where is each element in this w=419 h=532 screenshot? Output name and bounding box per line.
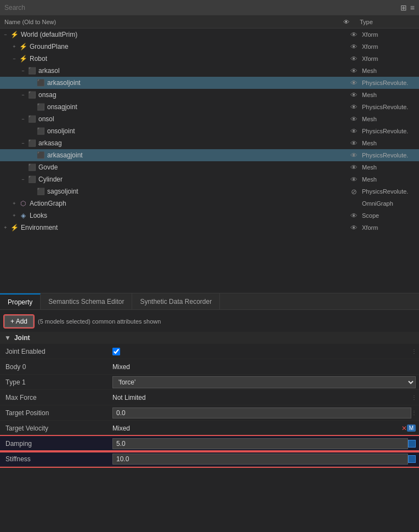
blue-square-indicator xyxy=(408,440,416,448)
prop-value: 'force' xyxy=(112,376,416,388)
tree-item-label: sagsoljoint xyxy=(47,188,78,195)
eye-icon[interactable]: 👁 xyxy=(346,31,362,39)
prop-value xyxy=(112,454,408,465)
expand-icon[interactable]: − xyxy=(20,116,26,122)
tab-synthetic[interactable]: Synthetic Data Recorder xyxy=(132,293,220,309)
tree-item-type: Xform xyxy=(362,43,417,50)
tree-item-label: onsag xyxy=(38,91,56,99)
joint-enabled-checkbox[interactable] xyxy=(112,348,120,355)
tree-row[interactable]: − ⬛ Cylinder 👁 Mesh xyxy=(0,173,419,185)
tree-item-label: Cylinder xyxy=(38,176,63,183)
eye-icon[interactable]: 👁 xyxy=(346,176,362,184)
prop-value: Not Limited xyxy=(112,394,411,401)
drag-handle[interactable]: ⋮ xyxy=(411,410,416,416)
tree-row[interactable]: ⬛ Govde 👁 Mesh xyxy=(0,161,419,173)
tree-body: − ⚡ World (defaultPrim) 👁 Xform + ⚡ Grou… xyxy=(0,29,419,293)
joint-icon: ⬛ xyxy=(36,151,45,160)
tree-header-eye: 👁 xyxy=(343,19,360,25)
expand-icon xyxy=(29,104,35,110)
type1-dropdown[interactable]: 'force' xyxy=(112,376,416,388)
eye-hidden-icon[interactable]: ⊘ xyxy=(346,188,362,196)
tab-semantics[interactable]: Semantics Schema Editor xyxy=(41,293,132,309)
expand-icon[interactable]: + xyxy=(11,212,18,219)
eye-icon[interactable]: 👁 xyxy=(346,127,362,135)
tree-item-type: Scope xyxy=(362,212,417,219)
expand-icon[interactable]: + xyxy=(11,43,18,50)
tree-item-label: onsagjoint xyxy=(47,103,77,111)
eye-icon[interactable]: 👁 xyxy=(346,43,362,51)
tree-item-label: arkasag xyxy=(38,139,62,147)
expand-icon[interactable]: − xyxy=(2,31,9,38)
tab-property[interactable]: Property xyxy=(0,293,41,309)
tree-row[interactable]: − ⬛ arkasag 👁 Mesh xyxy=(0,137,419,149)
property-row-damping: Damping xyxy=(0,436,419,451)
eye-icon[interactable]: 👁 xyxy=(346,91,362,99)
tree-item-type: Mesh xyxy=(362,164,417,171)
search-input[interactable] xyxy=(4,4,400,12)
joint-icon: ⬛ xyxy=(36,127,45,135)
eye-icon[interactable]: 👁 xyxy=(346,79,362,87)
tabs-bar: Property Semantics Schema Editor Synthet… xyxy=(0,293,419,310)
robot-icon: ⚡ xyxy=(19,42,27,51)
expand-icon[interactable]: − xyxy=(11,55,18,62)
expand-icon[interactable]: + xyxy=(2,224,9,231)
expand-icon[interactable]: − xyxy=(20,140,26,146)
tree-row[interactable]: ⬛ onsoljoint 👁 PhysicsRevolute. xyxy=(0,125,419,137)
eye-icon[interactable]: 👁 xyxy=(346,151,362,160)
eye-icon[interactable]: 👁 xyxy=(346,115,362,123)
joint-section: ▼ Joint Joint Enabled ⋮ Body 0 Mixed xyxy=(0,332,419,467)
add-button[interactable]: + Add xyxy=(4,315,33,327)
expand-icon[interactable]: + xyxy=(11,200,18,207)
expand-icon[interactable]: − xyxy=(20,67,26,74)
tree-row[interactable]: − ⚡ Robot 👁 Xform xyxy=(0,53,419,65)
eye-icon[interactable]: 👁 xyxy=(346,55,362,63)
target-position-input[interactable] xyxy=(112,408,411,418)
eye-icon[interactable]: 👁 xyxy=(346,139,362,148)
damping-input[interactable] xyxy=(112,438,408,449)
mesh-icon: ⬛ xyxy=(27,90,36,99)
property-row-type1: Тype 1 'force' xyxy=(0,375,419,390)
drag-handle[interactable]: ⋮ xyxy=(411,348,416,354)
prop-label: Body 0 xyxy=(5,363,112,371)
menu-icon[interactable]: ≡ xyxy=(410,3,415,12)
tree-row[interactable]: − ⬛ onsol 👁 Mesh xyxy=(0,113,419,125)
prop-value xyxy=(112,348,411,355)
drag-handle[interactable]: ⋮ xyxy=(411,394,416,400)
expand-icon[interactable]: − xyxy=(20,92,26,98)
tree-row[interactable]: − ⬛ arkasol 👁 Mesh xyxy=(0,65,419,77)
tree-item-label: World (defaultPrim) xyxy=(21,31,77,38)
tree-item-label: onsol xyxy=(38,115,54,123)
eye-icon[interactable]: 👁 xyxy=(346,103,362,111)
tree-row[interactable]: + ⚡ Environment 👁 Xform xyxy=(0,222,419,234)
toggle-icon: ▼ xyxy=(4,334,11,342)
tree-row[interactable]: + ⚡ GroundPlane 👁 Xform xyxy=(0,41,419,53)
tree-row[interactable]: ⬛ arkasoljoint 👁 PhysicsRevolute. xyxy=(0,77,419,89)
scope-icon: ◈ xyxy=(19,211,27,220)
joint-section-header[interactable]: ▼ Joint xyxy=(0,332,419,344)
world-icon: ⚡ xyxy=(10,223,19,232)
stiffness-input[interactable] xyxy=(112,454,408,465)
property-content: + Add (5 models selected) common attribu… xyxy=(0,310,419,532)
tree-item-type: Mesh xyxy=(362,116,417,122)
eye-icon[interactable]: 👁 xyxy=(346,163,362,172)
tree-row[interactable]: ⬛ sagsoljoint ⊘ PhysicsRevolute. xyxy=(0,185,419,197)
expand-icon xyxy=(20,164,26,171)
prop-label: Max Force xyxy=(5,394,112,401)
tree-row[interactable]: ⬛ arkasagjoint 👁 PhysicsRevolute. xyxy=(0,149,419,161)
expand-icon[interactable]: − xyxy=(20,176,26,183)
tree-item-type: Mesh xyxy=(362,67,417,74)
tree-item-label: Looks xyxy=(30,212,47,219)
eye-icon[interactable]: 👁 xyxy=(346,224,362,232)
tree-row[interactable]: ⬛ onsagjoint 👁 PhysicsRevolute. xyxy=(0,101,419,113)
tree-row[interactable]: − ⚡ World (defaultPrim) 👁 Xform xyxy=(0,29,419,41)
body0-value: Mixed xyxy=(112,363,130,371)
section-label: Joint xyxy=(14,334,30,342)
filter-icon[interactable]: ⊞ xyxy=(400,3,407,12)
tree-item-label: arkasol xyxy=(38,67,60,75)
tree-row[interactable]: − ⬛ onsag 👁 Mesh xyxy=(0,89,419,101)
tree-row[interactable]: + ⬡ ActionGraph OmniGraph xyxy=(0,197,419,210)
eye-icon[interactable]: 👁 xyxy=(346,67,362,75)
tree-row[interactable]: + ◈ Looks 👁 Scope xyxy=(0,210,419,222)
eye-icon[interactable]: 👁 xyxy=(346,212,362,220)
tree-header: Name (Old to New) 👁 Type xyxy=(0,15,419,29)
